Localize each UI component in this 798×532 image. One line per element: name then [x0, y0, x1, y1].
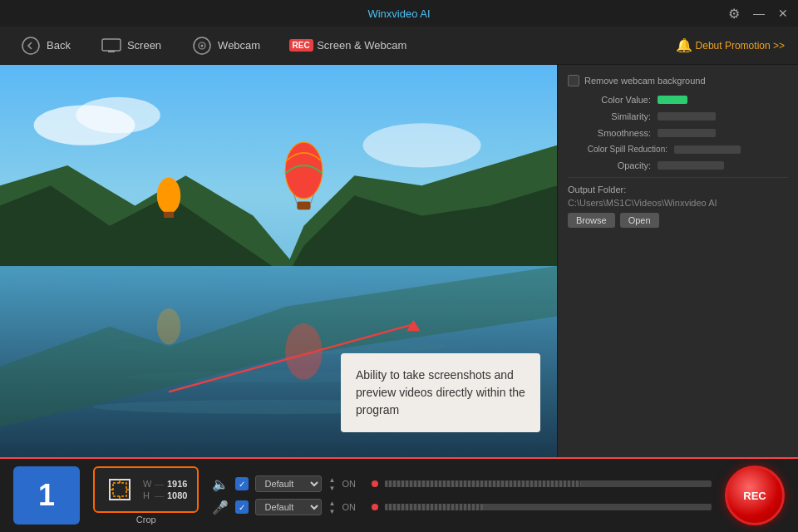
mic-icon: 🎤 — [212, 500, 229, 515]
mic-meter-fill — [385, 504, 483, 510]
color-spill-label: Color Spill Reduction: — [568, 145, 667, 154]
screen-button[interactable]: Screen — [94, 34, 168, 57]
crop-w-sep: — — [155, 479, 164, 489]
preview-image: Ability to take screenshots and preview … — [0, 65, 557, 457]
svg-point-9 — [363, 123, 481, 167]
app-title-text: Winxvideo — [367, 7, 417, 20]
opacity-row: Opacity: — [568, 160, 788, 170]
crop-control[interactable]: W — 1916 H — 1080 — [93, 466, 199, 513]
close-icon[interactable]: ✕ — [778, 7, 788, 20]
open-button[interactable]: Open — [620, 213, 659, 228]
crop-wrapper: W — 1916 H — 1080 Crop — [93, 466, 199, 525]
screen-webcam-button[interactable]: REC Screen & Webcam — [283, 34, 413, 57]
similarity-bar — [658, 112, 716, 121]
color-value-label: Color Value: — [568, 95, 651, 105]
mic-arrows[interactable]: ▲▼ — [328, 500, 335, 515]
svg-point-27 — [157, 308, 180, 345]
mic-audio-row: 🎤 ✓ Default ▲▼ ON — [212, 499, 712, 515]
opacity-label: Opacity: — [568, 160, 651, 170]
speaker-arrows[interactable]: ▲▼ — [328, 476, 335, 492]
smoothness-bar — [658, 129, 716, 137]
toolbar: Back Screen Webcam REC Screen & Webcam 🔔… — [0, 27, 798, 65]
screen-number-badge: 1 — [13, 466, 80, 525]
speaker-meter-fill — [385, 480, 581, 487]
svg-rect-23 — [297, 202, 310, 210]
mic-select[interactable]: Default — [255, 499, 322, 515]
settings-icon[interactable]: ⚙ — [728, 6, 740, 22]
crop-w-label: W — [143, 479, 151, 489]
crop-height-row: H — 1080 — [143, 490, 187, 500]
color-spill-bar — [674, 145, 741, 154]
output-section: Output Folder: C:\Users\MS1C\Videos\Winx… — [568, 177, 788, 228]
back-icon — [20, 37, 42, 54]
color-spill-row: Color Spill Reduction: — [568, 145, 788, 154]
crop-dimensions: W — 1916 H — 1080 — [143, 479, 187, 500]
bell-icon: 🔔 — [676, 37, 692, 53]
preview-area: Ability to take screenshots and preview … — [0, 65, 557, 457]
opacity-bar — [658, 161, 724, 170]
crop-w-value: 1916 — [167, 479, 187, 489]
smoothness-label: Smoothness: — [568, 128, 651, 138]
speaker-meter — [385, 480, 712, 487]
crop-width-row: W — 1916 — [143, 479, 187, 489]
speaker-dot — [372, 480, 378, 487]
output-buttons: Browse Open — [568, 213, 788, 228]
remove-bg-checkbox[interactable] — [568, 75, 579, 86]
tooltip-text: Ability to take screenshots and preview … — [356, 368, 525, 416]
remove-bg-label: Remove webcam background — [584, 76, 706, 86]
app-title: Winxvideo AI — [367, 7, 430, 20]
promo-label: Debut Promotion >> — [696, 40, 785, 52]
speaker-checkbox[interactable]: ✓ — [235, 477, 249, 490]
audio-controls: 🔈 ✓ Default ▲▼ ON 🎤 ✓ Default ▲▼ ON — [212, 475, 712, 515]
similarity-row: Similarity: — [568, 111, 788, 121]
output-folder-label: Output Folder: — [568, 185, 788, 195]
back-button[interactable]: Back — [13, 34, 77, 57]
svg-point-8 — [76, 97, 160, 134]
tooltip-bubble: Ability to take screenshots and preview … — [341, 353, 540, 432]
mic-checkbox[interactable]: ✓ — [235, 500, 249, 514]
crop-label: Crop — [136, 515, 156, 525]
back-label: Back — [47, 39, 71, 52]
speaker-on-badge: ON — [342, 479, 365, 489]
right-panel: Remove webcam background Color Value: Si… — [557, 65, 798, 457]
webcam-button[interactable]: Webcam — [185, 34, 267, 57]
color-value-bar — [658, 96, 687, 104]
mic-on-badge: ON — [342, 502, 365, 512]
svg-point-0 — [22, 37, 39, 54]
promo-button[interactable]: 🔔 Debut Promotion >> — [676, 37, 785, 53]
rec-button[interactable]: REC — [725, 466, 785, 525]
svg-point-5 — [201, 44, 204, 47]
crop-h-sep: — — [155, 490, 164, 500]
minimize-icon[interactable]: — — [753, 7, 765, 20]
svg-rect-31 — [113, 483, 126, 496]
svg-point-24 — [157, 178, 180, 214]
webcam-icon — [191, 37, 213, 54]
main-area: Ability to take screenshots and preview … — [0, 65, 798, 457]
mic-dot — [372, 504, 378, 510]
crop-h-value: 1080 — [167, 490, 187, 500]
mic-meter — [385, 504, 712, 510]
screen-number-text: 1 — [38, 478, 55, 513]
rec-badge-icon: REC — [290, 37, 312, 54]
bottom-bar: 1 W — 1916 H — [0, 457, 798, 532]
remove-bg-row: Remove webcam background — [568, 75, 788, 86]
svg-rect-2 — [108, 51, 115, 52]
speaker-icon: 🔈 — [212, 476, 229, 492]
app-title-accent: AI — [420, 7, 430, 20]
crop-icon — [105, 475, 135, 505]
smoothness-row: Smoothness: — [568, 128, 788, 138]
svg-rect-25 — [164, 212, 174, 218]
titlebar: Winxvideo AI ⚙ — ✕ — [0, 0, 798, 27]
svg-rect-1 — [102, 39, 121, 51]
rec-label: REC — [743, 490, 766, 502]
speaker-select[interactable]: Default — [255, 475, 322, 492]
svg-point-26 — [285, 323, 323, 380]
similarity-label: Similarity: — [568, 111, 651, 121]
speaker-audio-row: 🔈 ✓ Default ▲▼ ON — [212, 475, 712, 492]
browse-button[interactable]: Browse — [568, 213, 615, 228]
screen-label: Screen — [127, 39, 161, 52]
screen-webcam-label: Screen & Webcam — [317, 39, 406, 52]
crop-h-label: H — [143, 490, 151, 500]
webcam-label: Webcam — [218, 39, 260, 52]
output-path: C:\Users\MS1C\Videos\Winxvideo AI — [568, 198, 788, 208]
